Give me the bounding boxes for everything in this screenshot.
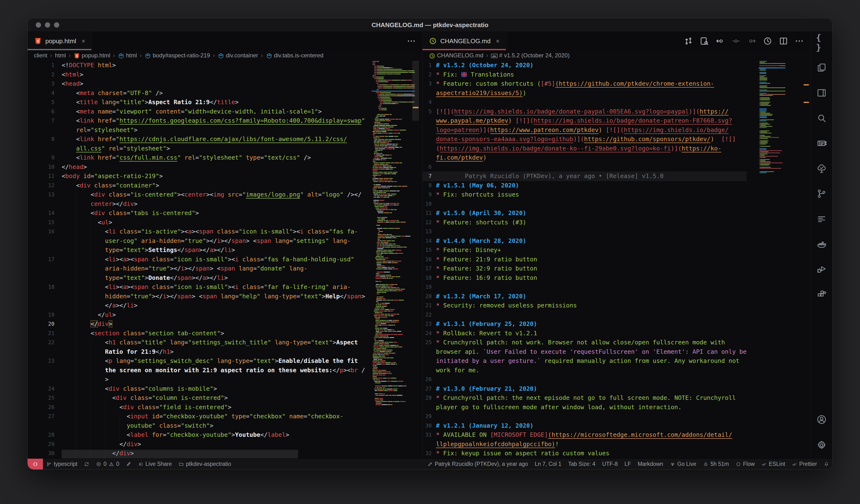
right-code-line-19[interactable]: 19 — [422, 283, 746, 292]
line-content[interactable]: Patryk Rzucidlo (PTKDev), a year ago • [… — [436, 172, 746, 181]
breadcrumb-item[interactable]: client — [34, 52, 47, 59]
right-code-line-29[interactable]: 29 — [422, 412, 746, 421]
left-code-line-12[interactable]: 12<div class="container"> — [28, 181, 369, 190]
right-code-line-18[interactable]: 18* Feature: 16:9 ratio button — [422, 273, 746, 283]
line-content[interactable]: * Security: removed useless permissions — [436, 301, 746, 310]
line-content[interactable]: <div class="container"> — [62, 181, 369, 190]
line-content[interactable]: <title lang="title">Aspect Ratio 21:9</​… — [62, 98, 369, 107]
line-content[interactable]: * Fix: shortcuts issues — [436, 190, 746, 199]
left-code-line-11[interactable]: 11<body id="aspect-ratio-219"> — [28, 172, 369, 181]
left-code-line-3[interactable]: 3<head> — [28, 79, 369, 89]
right-code-line-7[interactable]: 7 Patryk Rzucidlo (PTKDev), a year ago •… — [422, 172, 746, 181]
left-code-line-7[interactable]: 7<link href="https:/​/​fonts.googleapis.… — [28, 116, 369, 135]
breadcrumb-item[interactable]: div.container — [218, 52, 258, 59]
line-content[interactable]: <div class="field is-centered"> — [62, 403, 369, 412]
left-code-line-4[interactable]: 4<meta charset="UTF-8" /​> — [28, 89, 369, 98]
left-code-line-1[interactable]: 1<!DOCTYPE html> — [28, 61, 369, 70]
timeline-icon[interactable] — [763, 36, 772, 46]
line-content[interactable]: * Feature: 16:9 ratio button — [436, 273, 746, 283]
status-git-branch[interactable]: typescript — [43, 459, 81, 470]
line-content[interactable]: * AVAILABLE ON [MICROSOFT EDGE]​(https:/… — [436, 430, 746, 449]
status-flow[interactable]: Flow — [732, 459, 758, 470]
right-code-line-10[interactable]: 10 — [422, 199, 746, 209]
right-code-line-6[interactable]: 6 — [422, 162, 746, 172]
line-content[interactable]: * Feature: shortcuts (#3) — [436, 218, 746, 227]
line-content[interactable]: <label for="checkbox-youtube">Youtube</​… — [62, 430, 369, 440]
line-content[interactable] — [436, 98, 746, 107]
left-code-line-21[interactable]: 21<section class="section tab-content"> — [28, 329, 369, 338]
minimap[interactable] — [372, 61, 415, 458]
open-changes-icon[interactable] — [684, 36, 693, 46]
right-code-line-25[interactable]: 25* Crunchyroll patch: not work. Browser… — [422, 338, 746, 375]
right-code-line-32[interactable]: 32* Fix: keyup issue on aspect ratio cus… — [422, 449, 746, 458]
breadcrumb-item[interactable]: body#aspect-ratio-219 — [144, 52, 210, 59]
left-code-line-16[interactable]: 16<li class="is-active"><a><span class="… — [28, 227, 369, 255]
line-content[interactable]: <meta charset="UTF-8" /​> — [62, 89, 369, 98]
left-code-line-5[interactable]: 5<title lang="title">Aspect Ratio 21:9</… — [28, 98, 369, 107]
line-content[interactable]: # v1.3.1 (February 25, 2020) — [436, 319, 746, 329]
line-content[interactable]: # v1.5.0 (April 30, 2020) — [436, 208, 746, 218]
line-content[interactable]: <html> — [62, 70, 369, 80]
line-content[interactable]: <div class="column is-centered"> — [62, 393, 369, 403]
more-icon[interactable] — [406, 36, 416, 46]
line-content[interactable]: <!DOCTYPE html> — [62, 61, 369, 70]
search-icon[interactable] — [816, 113, 827, 124]
line-content[interactable]: <div class="columns is-mobile"> — [62, 384, 369, 393]
line-content[interactable]: <li class="is-active"><a><span class="ic… — [62, 227, 369, 255]
prev-change-icon[interactable] — [715, 36, 725, 46]
line-content[interactable]: </​div> — [62, 440, 369, 449]
right-code-line-11[interactable]: 11# v1.5.0 (April 30, 2020) — [422, 208, 746, 218]
right-code-line-15[interactable]: 15* Feature: Disney+ — [422, 246, 746, 255]
title-bar[interactable]: CHANGELOG.md — ptkdev-aspectratio — [28, 18, 832, 32]
line-content[interactable]: * Feature: Disney+ — [436, 246, 746, 255]
left-code-line-24[interactable]: 24<div class="columns is-mobile"> — [28, 384, 369, 393]
status-go-live[interactable]: Go Live — [666, 459, 700, 470]
status-tab-size[interactable]: Tab Size: 4 — [565, 459, 599, 470]
status-problems[interactable]: 00 — [92, 459, 123, 470]
right-code-line-16[interactable]: 16* Feature: 21:9 ratio button — [422, 255, 746, 264]
right-code-line-4[interactable]: 4 — [422, 98, 746, 107]
left-code-line-2[interactable]: 2<html> — [28, 70, 369, 80]
status-sync[interactable] — [81, 459, 92, 470]
left-code-line-28[interactable]: 28<label for="checkbox-youtube">Youtube<… — [28, 430, 369, 440]
line-content[interactable]: </​div> — [62, 319, 369, 329]
left-code-line-27[interactable]: 27<input id="checkbox-youtube" type="che… — [28, 412, 369, 430]
line-content[interactable]: <body id="aspect-ratio-219"> — [62, 172, 369, 181]
output-lines-icon[interactable] — [816, 213, 827, 225]
extensions-icon[interactable] — [816, 289, 827, 300]
line-content[interactable]: <li><a><span class="icon is-small"><i cl… — [62, 255, 369, 283]
left-code-line-6[interactable]: 6<meta name="viewport" content="width=de… — [28, 107, 369, 116]
line-content[interactable]: [![]​(https:/​/​img.shields.io/​badge/​d… — [436, 107, 746, 162]
line-content[interactable]: <ul> — [62, 218, 369, 227]
overview-ruler[interactable] — [803, 61, 809, 458]
status-language-mode[interactable]: Markdown — [634, 459, 666, 470]
close-tab-icon[interactable]: × — [496, 38, 500, 45]
breadcrumb-item[interactable]: CHANGELOG.md — [429, 52, 483, 59]
minimap[interactable] — [759, 61, 785, 458]
line-content[interactable] — [436, 375, 746, 384]
line-content[interactable]: # v1.5.1 (May 06, 2020) — [436, 181, 746, 190]
left-code-line-26[interactable]: 26<div class="field is-centered"> — [28, 403, 369, 412]
split-editor-icon[interactable] — [779, 36, 788, 46]
status-prettier[interactable]: Prettier — [788, 459, 820, 470]
status-notifications[interactable] — [820, 459, 832, 470]
right-code-line-24[interactable]: 24* Rollback: Revert to v1.2.1 — [422, 329, 746, 338]
run-debug-icon[interactable] — [816, 264, 827, 275]
right-code-line-28[interactable]: 28* Crunchyroll patch: the next episode … — [422, 393, 746, 412]
left-code-line-20[interactable]: 20</​div> — [28, 319, 369, 329]
left-code-line-29[interactable]: 29</​div> — [28, 440, 369, 449]
left-code-line-14[interactable]: 14<div class="tabs is-centered"> — [28, 208, 369, 218]
braces-icon[interactable]: { } — [816, 37, 827, 48]
line-content[interactable]: # v1.5.2 (October 24, 2020) — [436, 61, 746, 70]
status-deploy[interactable] — [123, 459, 134, 470]
line-content[interactable] — [436, 227, 746, 236]
line-content[interactable]: * Crunchyroll patch: the next episode no… — [436, 393, 746, 412]
cur-change-icon[interactable] — [731, 36, 741, 46]
line-content[interactable]: </​head> — [62, 162, 369, 172]
line-content[interactable]: <div class="is-centered"><center><img sr… — [62, 190, 369, 208]
right-code-line-17[interactable]: 17* Feature: 32:9 ratio button — [422, 264, 746, 273]
right-code-line-21[interactable]: 21* Security: removed useless permission… — [422, 301, 746, 310]
status-encoding[interactable]: UTF-8 — [599, 459, 621, 470]
more-icon[interactable] — [794, 36, 804, 46]
remote-server-icon[interactable] — [816, 138, 827, 149]
